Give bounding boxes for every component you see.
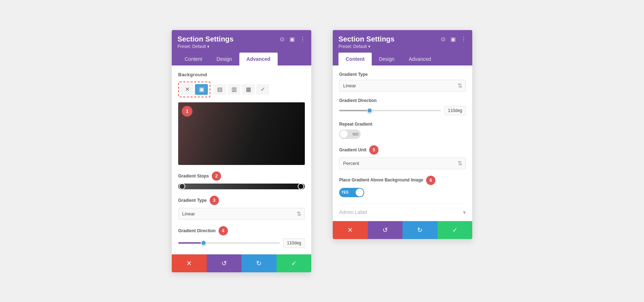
bg-pattern-btn[interactable]: ✓: [256, 84, 269, 95]
gradient-unit-field: Gradient Unit 5 Percent Pixels ⇅: [339, 145, 466, 169]
redo-button-left[interactable]: ↻: [241, 254, 277, 272]
confirm-button-right[interactable]: ✓: [438, 221, 473, 239]
right-panel-footer: ✕ ↺ ↻ ✓: [333, 221, 472, 239]
tab-advanced-left[interactable]: Advanced: [239, 53, 278, 65]
admin-label-text: Admin Label: [339, 209, 367, 215]
right-panel-preset[interactable]: Preset: Default ▾: [338, 44, 395, 49]
right-panel-tabs: Content Design Advanced: [338, 53, 467, 65]
gradient-stops-label: Gradient Stops: [178, 174, 209, 179]
left-panel-body: Background ✕ ▣ ▤ ▥ ▦ ✓ 1: [172, 65, 311, 254]
place-gradient-field: Place Gradient Above Background Image 6 …: [339, 176, 466, 197]
gradient-type-label-right: Gradient Type: [339, 72, 368, 77]
gradient-type-select-left[interactable]: Linear Radial: [178, 208, 305, 220]
tab-content-right[interactable]: Content: [338, 53, 372, 65]
layout-icon[interactable]: ▣: [289, 36, 295, 43]
gradient-type-field-right: Gradient Type Linear Radial ⇅: [339, 72, 466, 92]
gradient-type-select-right[interactable]: Linear Radial: [339, 80, 466, 92]
repeat-gradient-label: Repeat Gradient: [339, 122, 372, 127]
gradient-direction-label: Gradient Direction: [178, 228, 216, 233]
toggle-knob: [340, 130, 348, 138]
toggle-no-label: NO: [353, 132, 359, 136]
undo-button-left[interactable]: ↺: [207, 254, 242, 272]
place-gradient-toggle[interactable]: YES: [339, 188, 364, 197]
tab-advanced-right[interactable]: Advanced: [401, 53, 438, 65]
tab-content-left[interactable]: Content: [177, 53, 209, 65]
background-label: Background: [178, 72, 305, 77]
gradient-preview: 1: [178, 102, 305, 165]
left-panel-preset[interactable]: Preset: Default ▾: [177, 44, 234, 49]
direction-slider-left[interactable]: [178, 242, 280, 244]
more-icon-right[interactable]: ⋮: [461, 36, 467, 43]
step-badge-5: 5: [369, 145, 379, 155]
left-panel-header: Section Settings Preset: Default ▾ ⊙ ▣ ⋮…: [172, 30, 311, 65]
stop-handle-left[interactable]: [179, 183, 185, 190]
left-panel-title: Section Settings: [177, 35, 234, 43]
right-panel: Section Settings Preset: Default ▾ ⊙ ▣ ⋮…: [333, 30, 472, 239]
bg-color-btn[interactable]: ▣: [195, 84, 208, 95]
repeat-gradient-toggle[interactable]: NO: [339, 130, 361, 139]
tab-design-left[interactable]: Design: [209, 53, 239, 65]
gradient-direction-field: Gradient Direction 4 110deg: [178, 226, 305, 248]
toggle-yes-label: YES: [341, 190, 348, 194]
redo-button-right[interactable]: ↻: [402, 221, 438, 239]
direction-value-right: 110deg: [444, 106, 466, 115]
gradient-unit-select[interactable]: Percent Pixels: [339, 157, 466, 169]
target-icon[interactable]: ⊙: [280, 36, 284, 43]
confirm-button-left[interactable]: ✓: [277, 254, 312, 272]
left-panel-footer: ✕ ↺ ↻ ✓: [172, 254, 311, 272]
gradient-type-label: Gradient Type: [178, 198, 207, 203]
bg-none-btn[interactable]: ✕: [181, 84, 194, 95]
right-panel-body: Gradient Type Linear Radial ⇅ Gradient D…: [333, 65, 472, 221]
right-panel-header: Section Settings Preset: Default ▾ ⊙ ▣ ⋮…: [333, 30, 472, 65]
layout-icon-right[interactable]: ▣: [450, 36, 456, 43]
target-icon-right[interactable]: ⊙: [441, 36, 445, 43]
step-badge-4: 4: [219, 226, 228, 235]
direction-slider-right[interactable]: [339, 110, 441, 111]
admin-label-section[interactable]: Admin Label ▾: [339, 204, 466, 221]
bg-map-btn[interactable]: ▦: [242, 84, 255, 95]
more-icon[interactable]: ⋮: [300, 36, 306, 43]
bg-video-btn[interactable]: ▥: [228, 84, 240, 95]
chevron-down-icon: ▾: [463, 209, 466, 216]
stop-handle-right[interactable]: [298, 183, 304, 190]
step-badge-1: 1: [182, 106, 192, 117]
place-gradient-label: Place Gradient Above Background Image: [339, 177, 423, 183]
cancel-button-right[interactable]: ✕: [333, 221, 368, 239]
direction-value-left: 110deg: [283, 238, 305, 248]
tab-design-right[interactable]: Design: [372, 53, 402, 65]
bg-image-btn[interactable]: ▤: [213, 84, 226, 95]
bg-type-selector: ✕ ▣: [178, 82, 210, 97]
gradient-direction-label-right: Gradient Direction: [339, 98, 377, 103]
gradient-stops-bar[interactable]: [178, 184, 305, 189]
repeat-gradient-field: Repeat Gradient NO: [339, 122, 466, 139]
gradient-direction-field-right: Gradient Direction 110deg: [339, 98, 466, 115]
left-panel: Section Settings Preset: Default ▾ ⊙ ▣ ⋮…: [172, 30, 311, 272]
undo-button-right[interactable]: ↺: [368, 221, 403, 239]
gradient-unit-label: Gradient Unit: [339, 147, 366, 152]
step-badge-6: 6: [426, 176, 435, 185]
toggle-knob-yes: [356, 189, 364, 196]
gradient-type-field: Gradient Type 3 Linear Radial ⇅: [178, 196, 305, 220]
step-badge-2: 2: [212, 171, 221, 181]
right-panel-title: Section Settings: [338, 35, 395, 43]
step-badge-3: 3: [210, 196, 219, 205]
gradient-stops-field: Gradient Stops 2: [178, 171, 305, 189]
cancel-button-left[interactable]: ✕: [172, 254, 207, 272]
left-panel-tabs: Content Design Advanced: [177, 53, 306, 65]
